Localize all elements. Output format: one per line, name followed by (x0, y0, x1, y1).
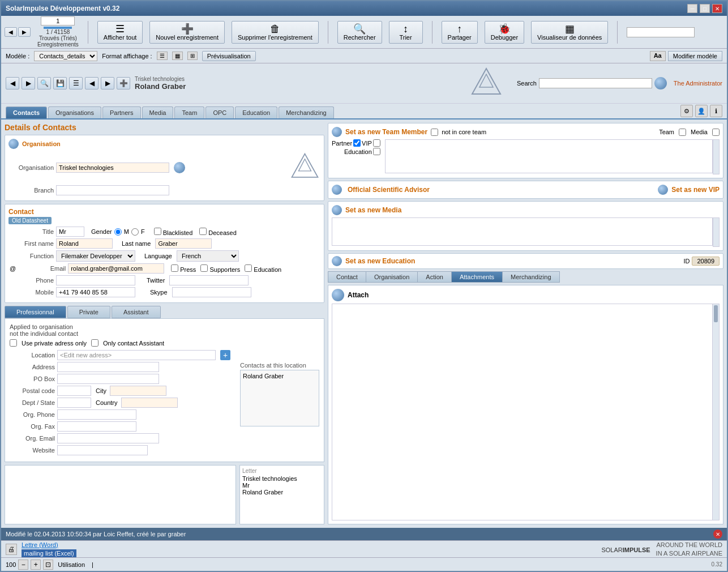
vip-checkbox[interactable] (373, 139, 380, 147)
function-select[interactable]: Filemaker Developper (56, 250, 135, 262)
tab-private[interactable]: Private (67, 306, 110, 318)
media-scrollbar[interactable] (713, 217, 720, 247)
mobile-input[interactable]: +41 79 440 85 58 (56, 287, 135, 297)
dept-input[interactable] (57, 398, 91, 408)
print-icon[interactable]: 🖨 (6, 544, 17, 555)
skype-input[interactable] (172, 287, 251, 297)
supprimer-button[interactable]: 🗑 Supprimer l'enregistrement (232, 21, 319, 44)
minimize-button[interactable]: ─ (687, 4, 697, 13)
debugger-button[interactable]: 🐞 Debugger (485, 21, 524, 44)
org-globe-button[interactable] (174, 162, 185, 173)
nouvel-button[interactable]: ➕ Nouvel enregistrement (149, 21, 225, 44)
search-input[interactable] (539, 78, 652, 88)
maximize-button[interactable]: □ (700, 4, 710, 13)
zoom-fit-button[interactable]: ⊡ (43, 560, 53, 570)
blacklisted-checkbox[interactable] (154, 228, 161, 235)
settings-icon[interactable]: ⚙ (680, 105, 693, 117)
info-icon[interactable]: ℹ (710, 105, 722, 117)
back-button[interactable]: ◀ (5, 27, 17, 37)
format-form-button[interactable]: ▦ (172, 52, 183, 60)
save-button[interactable]: 💾 (53, 77, 67, 89)
bottom-tab-merchandizing[interactable]: Merchandizing (502, 271, 560, 283)
tab-professional[interactable]: Professionnal (5, 306, 66, 318)
education-checkbox[interactable] (245, 264, 252, 272)
status-close-button[interactable]: ✕ (713, 530, 722, 539)
edu-checkbox[interactable] (373, 148, 380, 155)
bottom-tab-organisation[interactable]: Organisation (366, 271, 417, 283)
city-input[interactable] (110, 386, 166, 396)
partager-button[interactable]: ↑ Partager (442, 21, 478, 44)
rechercher-button[interactable]: 🔍 Rechercher (337, 21, 382, 44)
website-input[interactable] (57, 445, 148, 455)
branch-input[interactable] (56, 185, 169, 195)
add-record-button[interactable]: ➕ (117, 77, 130, 89)
team-textarea[interactable] (385, 139, 713, 173)
magnify-button[interactable]: 🔍 (37, 77, 51, 89)
record-next-button[interactable]: ▶ (101, 77, 114, 89)
firstname-input[interactable]: Roland (56, 238, 113, 249)
bottom-tab-contact[interactable]: Contact (328, 271, 366, 283)
use-private-checkbox[interactable] (10, 339, 17, 347)
partner-checkbox[interactable] (353, 139, 361, 147)
only-assistant-checkbox[interactable] (91, 339, 99, 347)
location-input[interactable]: <Edit new adress> (57, 350, 216, 360)
postal-input[interactable] (57, 386, 91, 396)
visualiseur-button[interactable]: ▦ Visualiseur de données (531, 21, 608, 44)
forward-button[interactable]: ▶ (18, 27, 31, 37)
record-prev-button[interactable]: ◀ (85, 77, 99, 89)
title-input[interactable]: Mr (56, 227, 84, 237)
team-scrollbar[interactable] (713, 139, 720, 174)
close-button[interactable]: ✕ (712, 4, 722, 13)
nav-back-button[interactable]: ◀ (6, 77, 19, 89)
trier-button[interactable]: ↕ Trier (389, 21, 423, 44)
media-textarea[interactable] (332, 217, 713, 246)
address-input[interactable] (57, 362, 159, 372)
phone-input[interactable] (56, 275, 135, 285)
link-mailing[interactable]: mailing list (Excel) (22, 549, 76, 557)
tab-team[interactable]: Team (174, 106, 204, 118)
tab-opc[interactable]: OPC (205, 106, 234, 118)
zoom-minus-button[interactable]: − (18, 560, 28, 570)
po-input[interactable] (57, 374, 159, 384)
org-phone-input[interactable] (57, 409, 136, 420)
attach-scrollbar[interactable] (712, 304, 719, 520)
format-table-button[interactable]: ⊞ (187, 52, 198, 60)
org-fax-input[interactable] (57, 421, 136, 432)
afficher-tout-button[interactable]: ☰ Afficher tout (97, 21, 143, 44)
press-checkbox[interactable] (171, 264, 178, 272)
record-number-input[interactable]: 1 (41, 16, 75, 25)
org-input[interactable]: Triskel technologies (56, 163, 169, 173)
toolbar-search-input[interactable] (627, 27, 695, 37)
gender-f-radio[interactable] (131, 228, 139, 236)
nav-forward-button[interactable]: ▶ (22, 77, 35, 89)
email-input[interactable]: roland.graber@gmail.com (68, 263, 164, 274)
tab-assistant[interactable]: Assistant (112, 306, 161, 318)
modele-select[interactable]: Contacts_details (34, 51, 97, 61)
twitter-input[interactable] (169, 275, 249, 285)
gender-m-radio[interactable] (114, 228, 122, 236)
zoom-plus-button[interactable]: + (31, 560, 41, 570)
supporters-checkbox[interactable] (200, 264, 208, 272)
org-email-input[interactable] (57, 433, 159, 443)
country-input[interactable] (121, 398, 178, 408)
organisation-globe-icon[interactable] (8, 139, 19, 149)
lastname-input[interactable]: Graber (155, 238, 212, 249)
team-checkbox[interactable] (679, 129, 686, 136)
aa-button[interactable]: Aa (650, 51, 666, 61)
media-checkbox[interactable] (712, 129, 720, 136)
search-globe-button[interactable] (654, 77, 667, 89)
preview-button[interactable]: Prévisualisation (202, 51, 256, 61)
bottom-tab-action[interactable]: Action (417, 271, 451, 283)
old-datasheet-badge[interactable]: Old Datasheet (8, 217, 52, 224)
bottom-tab-attachments[interactable]: Attachments (451, 271, 502, 283)
tab-organisations[interactable]: Organisations (48, 106, 101, 118)
deceased-checkbox[interactable] (199, 228, 207, 235)
list-button[interactable]: ☰ (69, 77, 83, 89)
tab-merchandizing[interactable]: Merchandizing (279, 106, 334, 118)
tab-contacts[interactable]: Contacts (6, 106, 47, 118)
notes-textarea[interactable] (7, 468, 233, 513)
link-lettre[interactable]: Lettre (Word) (22, 541, 76, 548)
format-list-button[interactable]: ☰ (157, 52, 168, 60)
not-in-core-checkbox[interactable] (431, 129, 438, 136)
tab-partners[interactable]: Partners (102, 106, 141, 118)
